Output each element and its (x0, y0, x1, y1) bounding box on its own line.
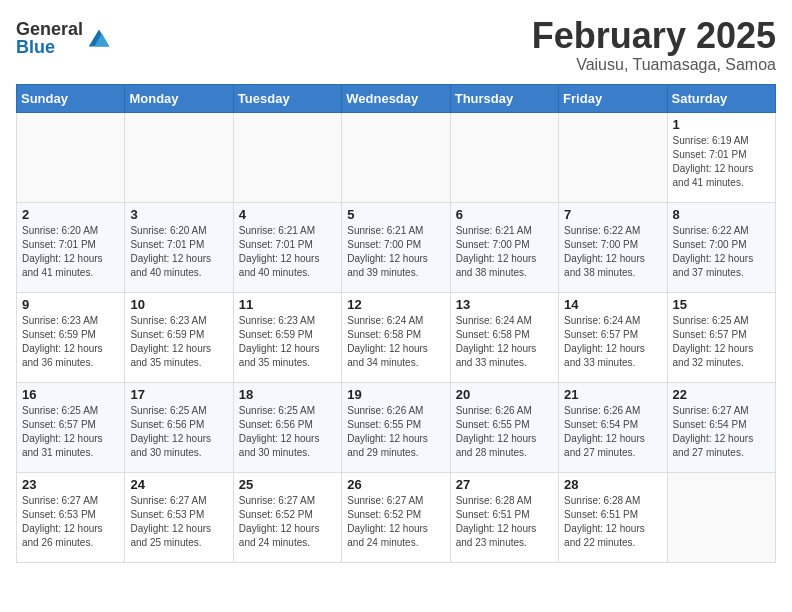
calendar-week-row: 1Sunrise: 6:19 AM Sunset: 7:01 PM Daylig… (17, 112, 776, 202)
day-info: Sunrise: 6:25 AM Sunset: 6:56 PM Dayligh… (239, 404, 336, 460)
calendar-cell: 28Sunrise: 6:28 AM Sunset: 6:51 PM Dayli… (559, 472, 667, 562)
day-info: Sunrise: 6:20 AM Sunset: 7:01 PM Dayligh… (130, 224, 227, 280)
calendar-week-row: 9Sunrise: 6:23 AM Sunset: 6:59 PM Daylig… (17, 292, 776, 382)
calendar-cell: 16Sunrise: 6:25 AM Sunset: 6:57 PM Dayli… (17, 382, 125, 472)
calendar-cell: 5Sunrise: 6:21 AM Sunset: 7:00 PM Daylig… (342, 202, 450, 292)
day-number: 6 (456, 207, 553, 222)
day-number: 3 (130, 207, 227, 222)
calendar-cell (233, 112, 341, 202)
calendar-cell: 26Sunrise: 6:27 AM Sunset: 6:52 PM Dayli… (342, 472, 450, 562)
day-number: 15 (673, 297, 770, 312)
calendar-cell: 4Sunrise: 6:21 AM Sunset: 7:01 PM Daylig… (233, 202, 341, 292)
calendar-cell: 10Sunrise: 6:23 AM Sunset: 6:59 PM Dayli… (125, 292, 233, 382)
day-info: Sunrise: 6:26 AM Sunset: 6:55 PM Dayligh… (456, 404, 553, 460)
calendar-cell: 11Sunrise: 6:23 AM Sunset: 6:59 PM Dayli… (233, 292, 341, 382)
calendar-cell (17, 112, 125, 202)
day-info: Sunrise: 6:19 AM Sunset: 7:01 PM Dayligh… (673, 134, 770, 190)
day-info: Sunrise: 6:27 AM Sunset: 6:52 PM Dayligh… (347, 494, 444, 550)
day-number: 19 (347, 387, 444, 402)
calendar-cell: 17Sunrise: 6:25 AM Sunset: 6:56 PM Dayli… (125, 382, 233, 472)
day-info: Sunrise: 6:27 AM Sunset: 6:53 PM Dayligh… (22, 494, 119, 550)
day-info: Sunrise: 6:27 AM Sunset: 6:53 PM Dayligh… (130, 494, 227, 550)
day-number: 12 (347, 297, 444, 312)
day-number: 23 (22, 477, 119, 492)
day-number: 4 (239, 207, 336, 222)
calendar-cell: 27Sunrise: 6:28 AM Sunset: 6:51 PM Dayli… (450, 472, 558, 562)
day-number: 2 (22, 207, 119, 222)
logo: General Blue (16, 20, 113, 56)
calendar-title: February 2025 (532, 16, 776, 56)
day-number: 9 (22, 297, 119, 312)
calendar-cell: 14Sunrise: 6:24 AM Sunset: 6:57 PM Dayli… (559, 292, 667, 382)
calendar-cell: 8Sunrise: 6:22 AM Sunset: 7:00 PM Daylig… (667, 202, 775, 292)
day-info: Sunrise: 6:20 AM Sunset: 7:01 PM Dayligh… (22, 224, 119, 280)
day-info: Sunrise: 6:24 AM Sunset: 6:57 PM Dayligh… (564, 314, 661, 370)
day-number: 1 (673, 117, 770, 132)
day-info: Sunrise: 6:21 AM Sunset: 7:00 PM Dayligh… (456, 224, 553, 280)
day-info: Sunrise: 6:23 AM Sunset: 6:59 PM Dayligh… (130, 314, 227, 370)
day-info: Sunrise: 6:25 AM Sunset: 6:57 PM Dayligh… (673, 314, 770, 370)
day-number: 24 (130, 477, 227, 492)
calendar-cell: 13Sunrise: 6:24 AM Sunset: 6:58 PM Dayli… (450, 292, 558, 382)
day-info: Sunrise: 6:26 AM Sunset: 6:55 PM Dayligh… (347, 404, 444, 460)
calendar-cell: 23Sunrise: 6:27 AM Sunset: 6:53 PM Dayli… (17, 472, 125, 562)
day-header-saturday: Saturday (667, 84, 775, 112)
day-header-sunday: Sunday (17, 84, 125, 112)
day-number: 26 (347, 477, 444, 492)
logo-icon (85, 24, 113, 52)
calendar-cell: 18Sunrise: 6:25 AM Sunset: 6:56 PM Dayli… (233, 382, 341, 472)
calendar-cell (559, 112, 667, 202)
day-info: Sunrise: 6:24 AM Sunset: 6:58 PM Dayligh… (456, 314, 553, 370)
calendar-table: SundayMondayTuesdayWednesdayThursdayFrid… (16, 84, 776, 563)
calendar-cell (450, 112, 558, 202)
day-info: Sunrise: 6:28 AM Sunset: 6:51 PM Dayligh… (456, 494, 553, 550)
calendar-cell: 21Sunrise: 6:26 AM Sunset: 6:54 PM Dayli… (559, 382, 667, 472)
logo-blue-text: Blue (16, 38, 83, 56)
calendar-week-row: 2Sunrise: 6:20 AM Sunset: 7:01 PM Daylig… (17, 202, 776, 292)
day-number: 25 (239, 477, 336, 492)
calendar-cell: 22Sunrise: 6:27 AM Sunset: 6:54 PM Dayli… (667, 382, 775, 472)
day-info: Sunrise: 6:22 AM Sunset: 7:00 PM Dayligh… (673, 224, 770, 280)
day-header-monday: Monday (125, 84, 233, 112)
day-header-thursday: Thursday (450, 84, 558, 112)
day-number: 5 (347, 207, 444, 222)
day-info: Sunrise: 6:23 AM Sunset: 6:59 PM Dayligh… (239, 314, 336, 370)
day-number: 16 (22, 387, 119, 402)
day-number: 11 (239, 297, 336, 312)
calendar-cell: 3Sunrise: 6:20 AM Sunset: 7:01 PM Daylig… (125, 202, 233, 292)
day-number: 7 (564, 207, 661, 222)
calendar-cell: 19Sunrise: 6:26 AM Sunset: 6:55 PM Dayli… (342, 382, 450, 472)
day-info: Sunrise: 6:25 AM Sunset: 6:57 PM Dayligh… (22, 404, 119, 460)
calendar-cell: 12Sunrise: 6:24 AM Sunset: 6:58 PM Dayli… (342, 292, 450, 382)
day-number: 21 (564, 387, 661, 402)
calendar-cell: 6Sunrise: 6:21 AM Sunset: 7:00 PM Daylig… (450, 202, 558, 292)
calendar-week-row: 23Sunrise: 6:27 AM Sunset: 6:53 PM Dayli… (17, 472, 776, 562)
calendar-header-row: SundayMondayTuesdayWednesdayThursdayFrid… (17, 84, 776, 112)
calendar-cell: 20Sunrise: 6:26 AM Sunset: 6:55 PM Dayli… (450, 382, 558, 472)
day-info: Sunrise: 6:27 AM Sunset: 6:52 PM Dayligh… (239, 494, 336, 550)
day-number: 8 (673, 207, 770, 222)
day-number: 22 (673, 387, 770, 402)
calendar-cell (667, 472, 775, 562)
calendar-cell: 24Sunrise: 6:27 AM Sunset: 6:53 PM Dayli… (125, 472, 233, 562)
day-number: 20 (456, 387, 553, 402)
day-info: Sunrise: 6:28 AM Sunset: 6:51 PM Dayligh… (564, 494, 661, 550)
calendar-cell: 9Sunrise: 6:23 AM Sunset: 6:59 PM Daylig… (17, 292, 125, 382)
day-info: Sunrise: 6:23 AM Sunset: 6:59 PM Dayligh… (22, 314, 119, 370)
day-info: Sunrise: 6:21 AM Sunset: 7:01 PM Dayligh… (239, 224, 336, 280)
day-info: Sunrise: 6:22 AM Sunset: 7:00 PM Dayligh… (564, 224, 661, 280)
day-info: Sunrise: 6:26 AM Sunset: 6:54 PM Dayligh… (564, 404, 661, 460)
day-info: Sunrise: 6:27 AM Sunset: 6:54 PM Dayligh… (673, 404, 770, 460)
calendar-cell (342, 112, 450, 202)
calendar-cell (125, 112, 233, 202)
calendar-cell: 2Sunrise: 6:20 AM Sunset: 7:01 PM Daylig… (17, 202, 125, 292)
header: General Blue February 2025 Vaiusu, Tuama… (16, 16, 776, 74)
day-number: 10 (130, 297, 227, 312)
calendar-cell: 15Sunrise: 6:25 AM Sunset: 6:57 PM Dayli… (667, 292, 775, 382)
calendar-subtitle: Vaiusu, Tuamasaga, Samoa (532, 56, 776, 74)
day-header-wednesday: Wednesday (342, 84, 450, 112)
day-number: 27 (456, 477, 553, 492)
calendar-cell: 1Sunrise: 6:19 AM Sunset: 7:01 PM Daylig… (667, 112, 775, 202)
day-header-friday: Friday (559, 84, 667, 112)
calendar-cell: 7Sunrise: 6:22 AM Sunset: 7:00 PM Daylig… (559, 202, 667, 292)
